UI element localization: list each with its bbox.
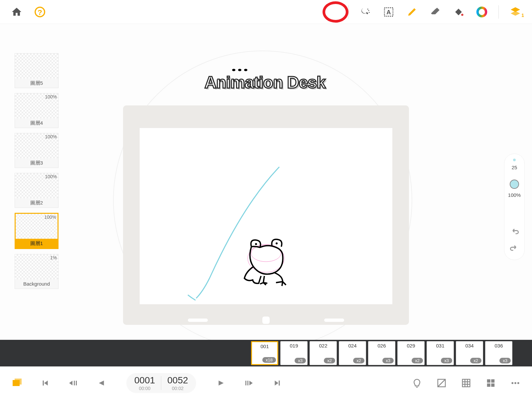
layer-label: 圖層3: [15, 158, 58, 168]
svg-point-22: [514, 382, 516, 384]
frames-row: 001x18 019x3 022x2 024x2 026x3 029x2 031…: [251, 341, 512, 365]
total-frames: 0052: [167, 375, 188, 386]
svg-rect-16: [463, 379, 470, 387]
svg-rect-17: [487, 379, 490, 382]
play-back-icon[interactable]: [95, 376, 108, 390]
layer-item-selected[interactable]: 100% 圖層1: [15, 213, 59, 249]
svg-point-2: [367, 9, 368, 10]
svg-rect-19: [487, 383, 490, 387]
svg-point-8: [477, 8, 486, 16]
svg-text:?: ?: [38, 8, 42, 16]
layer-opacity: 100%: [45, 174, 57, 179]
svg-point-7: [461, 14, 464, 16]
help-icon[interactable]: ?: [33, 5, 47, 19]
undo-icon[interactable]: [508, 225, 521, 238]
redo-icon[interactable]: [508, 242, 521, 255]
layer-item[interactable]: 100% 圖層3: [15, 133, 59, 168]
last-frame-icon[interactable]: [271, 376, 284, 390]
brush-size-value: 25: [512, 165, 517, 170]
frame-item[interactable]: 034x2: [456, 341, 483, 365]
frame-item[interactable]: 022x2: [310, 341, 337, 365]
brush-opacity-value: 100%: [508, 192, 521, 198]
frame-item-current[interactable]: 001x18: [251, 341, 278, 365]
svg-point-21: [511, 382, 513, 384]
layer-opacity: 1%: [50, 255, 57, 260]
svg-point-4: [369, 12, 370, 13]
ruler-icon[interactable]: [435, 376, 448, 390]
svg-rect-20: [491, 383, 494, 387]
frame-counter: 0001 00:00 0052 00:02: [126, 373, 196, 393]
text-transform-icon[interactable]: A: [382, 5, 395, 19]
frames-panel-icon[interactable]: [10, 376, 23, 390]
layer-opacity: 100%: [45, 134, 57, 139]
color-wheel-icon[interactable]: [475, 5, 488, 19]
grid-icon[interactable]: [460, 376, 473, 390]
layers-panel: 圖層5 100% 圖層4 100% 圖層3 100% 圖層2 100% 圖層1 …: [15, 53, 59, 289]
current-time: 00:00: [134, 386, 155, 391]
timeline[interactable]: 001x18 019x3 022x2 024x2 026x3 029x2 031…: [0, 340, 532, 366]
frame-item[interactable]: 026x3: [368, 341, 395, 365]
eraser-icon[interactable]: [429, 5, 442, 19]
title-dots-icon: [232, 69, 247, 71]
home-icon[interactable]: [10, 5, 23, 19]
tablet-buttons: [188, 317, 344, 324]
svg-rect-18: [491, 379, 494, 382]
svg-point-23: [517, 382, 519, 384]
app-title: Animation Desk: [204, 73, 326, 92]
lasso-icon[interactable]: [359, 5, 372, 19]
svg-point-3: [368, 10, 369, 11]
layer-label: 圖層4: [15, 118, 58, 128]
first-frame-icon[interactable]: [38, 376, 52, 390]
layer-label: 圖層2: [15, 198, 58, 207]
layer-label: Background: [15, 279, 58, 289]
svg-rect-14: [15, 378, 22, 384]
top-toolbar: ? A 1: [0, 0, 532, 24]
total-time: 00:02: [167, 386, 188, 391]
layer-opacity: 100%: [45, 94, 57, 99]
layer-opacity: 100%: [44, 214, 56, 220]
onion-skin-icon[interactable]: [410, 376, 424, 390]
playback-bar: 0001 00:00 0052 00:02: [0, 366, 532, 399]
layer-item[interactable]: 100% 圖層4: [15, 93, 59, 128]
layers-icon[interactable]: 1: [509, 5, 522, 19]
svg-text:A: A: [386, 9, 391, 16]
layer-item[interactable]: 圖層5: [15, 53, 59, 88]
prev-frame-icon[interactable]: [66, 376, 80, 390]
layer-item[interactable]: 100% 圖層2: [15, 173, 59, 208]
play-icon[interactable]: [214, 376, 228, 390]
frame-item[interactable]: 031x3: [427, 341, 454, 365]
layers-badge: 1: [521, 13, 524, 18]
layer-item-background[interactable]: 1% Background: [15, 254, 59, 289]
layer-label: 圖層5: [15, 78, 58, 88]
pen-icon[interactable]: [405, 5, 419, 19]
annotation-circle: [323, 1, 348, 23]
fill-icon[interactable]: [452, 5, 465, 19]
frame-item[interactable]: 029x2: [397, 341, 425, 365]
workspace: Animation Desk 圖層5 100% 圖層4 100% 圖層3: [0, 24, 532, 340]
brush-size-preview-icon[interactable]: [513, 159, 516, 161]
layer-label: 圖層1: [16, 239, 58, 248]
brush-opacity-preview-icon[interactable]: [510, 180, 519, 189]
next-frame-icon[interactable]: [243, 376, 256, 390]
apps-grid-icon[interactable]: [484, 376, 497, 390]
frame-item[interactable]: 036x3: [485, 341, 512, 365]
canvas[interactable]: [140, 128, 392, 304]
more-icon[interactable]: [509, 376, 522, 390]
current-frame: 0001: [134, 375, 155, 386]
frame-item[interactable]: 024x2: [339, 341, 366, 365]
frame-item[interactable]: 019x3: [280, 341, 308, 365]
brush-panel: 25 100%: [504, 154, 525, 260]
